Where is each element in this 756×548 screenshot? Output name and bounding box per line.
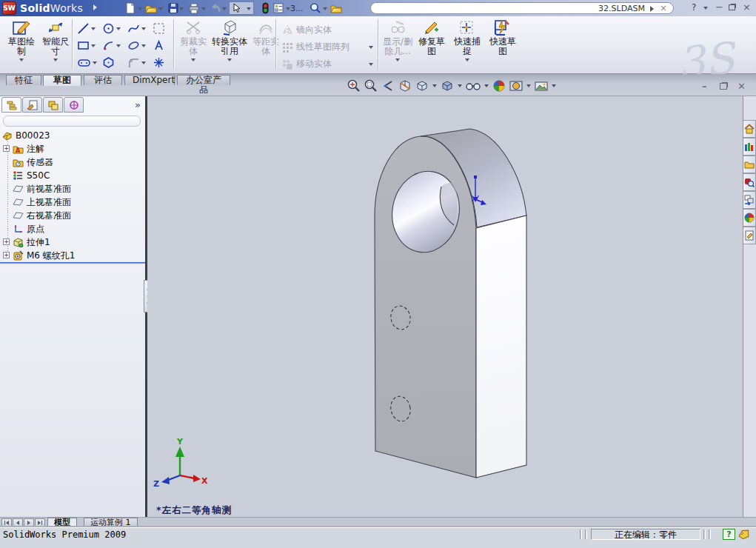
search-magnifier-icon[interactable] <box>310 2 321 14</box>
tag-icon[interactable] <box>737 529 751 540</box>
ellipse-dropdown[interactable] <box>141 44 146 47</box>
appearances-scenes-tab[interactable] <box>743 209 756 227</box>
expand-toggle[interactable]: + <box>3 238 10 245</box>
window-restore-button[interactable] <box>729 4 735 10</box>
sketch-fillet-tool[interactable] <box>127 56 146 69</box>
model-tab[interactable]: 模型 <box>47 518 77 527</box>
print-icon[interactable] <box>188 2 200 14</box>
help-dropdown[interactable] <box>703 7 708 10</box>
tab-scroll-right-button[interactable] <box>24 518 34 527</box>
tree-item-right-plane[interactable]: 右视基准面 <box>0 209 145 222</box>
circle-dropdown[interactable] <box>116 27 121 30</box>
display-delete-relations-button[interactable]: 显示/删除几... <box>381 18 415 61</box>
featuremanager-tab[interactable] <box>1 97 21 113</box>
text-tool[interactable] <box>153 39 165 52</box>
tree-item-root[interactable]: B00023 <box>0 129 145 142</box>
sketch-picture-tool[interactable] <box>153 22 165 35</box>
open-icon[interactable] <box>145 2 157 14</box>
sketch-dropdown[interactable] <box>19 59 24 61</box>
search-tab[interactable] <box>743 173 756 191</box>
spline-tool[interactable] <box>127 22 146 35</box>
custom-properties-tab[interactable] <box>743 227 756 244</box>
repair-sketch-button[interactable]: 修复草图 <box>415 18 449 56</box>
view-palette-tab[interactable] <box>743 191 756 209</box>
linear-sketch-pattern-button[interactable]: 线性草图阵列 <box>281 41 349 53</box>
previous-view-icon[interactable] <box>381 78 395 93</box>
line-dropdown[interactable] <box>91 27 96 30</box>
tab-scroll-last-button[interactable] <box>35 518 45 527</box>
search-folder-icon[interactable] <box>330 2 342 14</box>
tree-item-m6-tapped-hole[interactable]: + M6 螺纹孔1 <box>0 249 145 262</box>
document-menu-arrow-icon[interactable] <box>650 6 654 12</box>
arc-dropdown[interactable] <box>116 44 121 47</box>
apply-scene-icon[interactable] <box>509 78 523 93</box>
view-orientation-dropdown[interactable] <box>432 84 437 87</box>
convert-entities-button[interactable]: 转换实体引用 <box>210 18 249 61</box>
select-dropdown[interactable] <box>247 7 251 10</box>
polygon-tool[interactable] <box>102 56 115 69</box>
search-input[interactable]: 32.SLDASM × <box>370 2 674 14</box>
tree-item-top-plane[interactable]: 上视基准面 <box>0 196 145 209</box>
apply-scene-dropdown[interactable] <box>526 84 531 87</box>
doc-restore-button[interactable] <box>720 83 727 90</box>
tree-item-front-plane[interactable]: 前视基准面 <box>0 182 145 196</box>
model-3d-view[interactable]: Y X Z <box>147 96 743 517</box>
dimxpertmanager-tab[interactable] <box>64 97 84 113</box>
rapid-sketch-button[interactable]: 快速草图 <box>486 18 520 56</box>
sketch-button[interactable]: 草图绘制 <box>4 18 39 61</box>
slot-dropdown[interactable] <box>93 61 97 64</box>
solidworks-resources-tab[interactable] <box>743 120 756 138</box>
document-close-icon[interactable]: × <box>660 3 667 13</box>
hide-show-dropdown[interactable] <box>484 84 489 87</box>
tab-evaluate[interactable]: 评估 <box>84 75 122 85</box>
search-dropdown[interactable] <box>323 7 327 10</box>
help-menu[interactable]: ? <box>692 2 696 13</box>
lug-part[interactable] <box>375 129 526 478</box>
zoom-area-icon[interactable] <box>364 78 378 93</box>
display-style-dropdown[interactable] <box>458 84 462 87</box>
slot-tool[interactable] <box>77 56 97 69</box>
configurationmanager-tab[interactable] <box>43 97 63 113</box>
tree-item-material[interactable]: S50C <box>0 169 145 182</box>
smart-dimension-button[interactable]: 智能尺寸 <box>39 18 73 61</box>
linear-pattern-dropdown[interactable] <box>369 46 373 49</box>
tree-item-sensors[interactable]: 传感器 <box>0 156 145 169</box>
point-tool[interactable] <box>153 56 165 69</box>
tab-dimxpert[interactable]: DimXpert <box>124 75 175 85</box>
arc-tool[interactable] <box>102 39 121 52</box>
save-icon[interactable] <box>167 2 179 14</box>
status-help-button[interactable]: ? <box>723 529 735 540</box>
convert-dropdown[interactable] <box>227 59 232 61</box>
tree-item-annotations[interactable]: + A 注解 <box>0 142 145 156</box>
smart-dimension-dropdown[interactable] <box>53 59 58 61</box>
window-minimize-button[interactable]: − <box>715 2 723 13</box>
undo-dropdown[interactable] <box>222 7 227 10</box>
motion-study-tab[interactable]: 运动算例 1 <box>84 518 138 527</box>
tab-sketch[interactable]: 草图 <box>43 75 81 86</box>
tab-scroll-first-button[interactable] <box>1 518 12 527</box>
expand-toggle[interactable]: + <box>3 252 10 258</box>
save-dropdown[interactable] <box>179 7 184 10</box>
graphics-viewport[interactable]: Y X Z *左右二等角轴测 <box>147 96 743 517</box>
section-view-icon[interactable] <box>398 78 412 93</box>
rectangle-dropdown[interactable] <box>91 44 96 47</box>
view-orientation-icon[interactable] <box>415 78 429 93</box>
view-settings-icon[interactable] <box>534 78 549 93</box>
quick-snaps-button[interactable]: 快速捕捉 <box>450 18 484 61</box>
rectangle-tool[interactable] <box>77 39 96 52</box>
tree-display-pane[interactable] <box>3 116 141 127</box>
trim-dropdown[interactable] <box>191 59 195 61</box>
toolbar-overflow[interactable]: 3... <box>290 4 304 13</box>
panel-collapse-chevron[interactable]: » <box>135 99 141 110</box>
tab-scroll-left-button[interactable] <box>13 518 23 527</box>
expand-toggle[interactable]: + <box>3 145 10 152</box>
doc-minimize-button[interactable]: – <box>702 81 707 92</box>
zoom-fit-icon[interactable] <box>347 78 361 93</box>
undo-icon[interactable] <box>210 2 222 14</box>
window-close-button[interactable]: × <box>743 2 751 13</box>
new-document-icon[interactable] <box>124 2 136 14</box>
design-library-tab[interactable] <box>743 138 756 156</box>
open-dropdown[interactable] <box>158 7 163 10</box>
offset-entities-button[interactable]: 等距实体 <box>249 18 283 56</box>
doc-close-button[interactable]: ✕ <box>737 81 746 92</box>
